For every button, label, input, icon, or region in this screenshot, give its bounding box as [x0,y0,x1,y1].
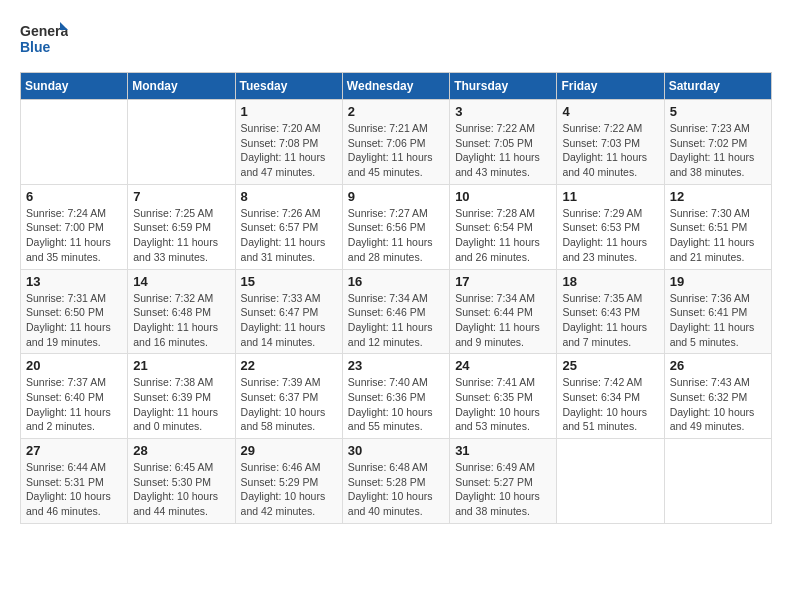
calendar-cell: 28Sunrise: 6:45 AMSunset: 5:30 PMDayligh… [128,439,235,524]
weekday-header-friday: Friday [557,73,664,100]
day-number: 24 [455,358,551,373]
calendar-cell: 3Sunrise: 7:22 AMSunset: 7:05 PMDaylight… [450,100,557,185]
day-info: Sunrise: 7:35 AMSunset: 6:43 PMDaylight:… [562,291,658,350]
day-info: Sunrise: 7:23 AMSunset: 7:02 PMDaylight:… [670,121,766,180]
day-info: Sunrise: 7:39 AMSunset: 6:37 PMDaylight:… [241,375,337,434]
day-info: Sunrise: 7:20 AMSunset: 7:08 PMDaylight:… [241,121,337,180]
day-number: 29 [241,443,337,458]
day-info: Sunrise: 7:29 AMSunset: 6:53 PMDaylight:… [562,206,658,265]
calendar-cell [557,439,664,524]
day-number: 8 [241,189,337,204]
calendar-cell: 1Sunrise: 7:20 AMSunset: 7:08 PMDaylight… [235,100,342,185]
calendar-cell: 10Sunrise: 7:28 AMSunset: 6:54 PMDayligh… [450,184,557,269]
day-number: 2 [348,104,444,119]
day-info: Sunrise: 7:24 AMSunset: 7:00 PMDaylight:… [26,206,122,265]
calendar-cell: 29Sunrise: 6:46 AMSunset: 5:29 PMDayligh… [235,439,342,524]
day-info: Sunrise: 7:42 AMSunset: 6:34 PMDaylight:… [562,375,658,434]
calendar-week-row: 27Sunrise: 6:44 AMSunset: 5:31 PMDayligh… [21,439,772,524]
day-number: 17 [455,274,551,289]
day-info: Sunrise: 7:22 AMSunset: 7:05 PMDaylight:… [455,121,551,180]
day-number: 13 [26,274,122,289]
calendar-cell: 8Sunrise: 7:26 AMSunset: 6:57 PMDaylight… [235,184,342,269]
day-number: 21 [133,358,229,373]
calendar-cell [664,439,771,524]
day-info: Sunrise: 7:43 AMSunset: 6:32 PMDaylight:… [670,375,766,434]
day-info: Sunrise: 7:40 AMSunset: 6:36 PMDaylight:… [348,375,444,434]
calendar-cell: 17Sunrise: 7:34 AMSunset: 6:44 PMDayligh… [450,269,557,354]
day-number: 15 [241,274,337,289]
day-info: Sunrise: 7:25 AMSunset: 6:59 PMDaylight:… [133,206,229,265]
day-info: Sunrise: 7:21 AMSunset: 7:06 PMDaylight:… [348,121,444,180]
calendar-cell: 7Sunrise: 7:25 AMSunset: 6:59 PMDaylight… [128,184,235,269]
logo-svg: General Blue [20,20,68,56]
day-info: Sunrise: 6:46 AMSunset: 5:29 PMDaylight:… [241,460,337,519]
day-number: 23 [348,358,444,373]
svg-text:Blue: Blue [20,39,51,55]
calendar-cell: 27Sunrise: 6:44 AMSunset: 5:31 PMDayligh… [21,439,128,524]
day-number: 11 [562,189,658,204]
calendar-cell: 31Sunrise: 6:49 AMSunset: 5:27 PMDayligh… [450,439,557,524]
calendar-cell: 11Sunrise: 7:29 AMSunset: 6:53 PMDayligh… [557,184,664,269]
day-number: 6 [26,189,122,204]
day-info: Sunrise: 6:48 AMSunset: 5:28 PMDaylight:… [348,460,444,519]
calendar-cell: 24Sunrise: 7:41 AMSunset: 6:35 PMDayligh… [450,354,557,439]
day-number: 3 [455,104,551,119]
calendar-cell: 30Sunrise: 6:48 AMSunset: 5:28 PMDayligh… [342,439,449,524]
calendar-week-row: 6Sunrise: 7:24 AMSunset: 7:00 PMDaylight… [21,184,772,269]
calendar-cell: 23Sunrise: 7:40 AMSunset: 6:36 PMDayligh… [342,354,449,439]
day-number: 20 [26,358,122,373]
day-info: Sunrise: 6:44 AMSunset: 5:31 PMDaylight:… [26,460,122,519]
calendar-week-row: 13Sunrise: 7:31 AMSunset: 6:50 PMDayligh… [21,269,772,354]
calendar-cell: 25Sunrise: 7:42 AMSunset: 6:34 PMDayligh… [557,354,664,439]
weekday-header-wednesday: Wednesday [342,73,449,100]
day-number: 27 [26,443,122,458]
calendar-cell: 22Sunrise: 7:39 AMSunset: 6:37 PMDayligh… [235,354,342,439]
calendar-week-row: 20Sunrise: 7:37 AMSunset: 6:40 PMDayligh… [21,354,772,439]
calendar-cell: 4Sunrise: 7:22 AMSunset: 7:03 PMDaylight… [557,100,664,185]
calendar-cell: 9Sunrise: 7:27 AMSunset: 6:56 PMDaylight… [342,184,449,269]
calendar-cell: 14Sunrise: 7:32 AMSunset: 6:48 PMDayligh… [128,269,235,354]
day-number: 10 [455,189,551,204]
day-info: Sunrise: 7:31 AMSunset: 6:50 PMDaylight:… [26,291,122,350]
day-info: Sunrise: 7:34 AMSunset: 6:44 PMDaylight:… [455,291,551,350]
calendar-body: 1Sunrise: 7:20 AMSunset: 7:08 PMDaylight… [21,100,772,524]
page-header: General Blue [20,20,772,56]
calendar-cell: 12Sunrise: 7:30 AMSunset: 6:51 PMDayligh… [664,184,771,269]
day-number: 16 [348,274,444,289]
weekday-header-monday: Monday [128,73,235,100]
day-info: Sunrise: 6:45 AMSunset: 5:30 PMDaylight:… [133,460,229,519]
calendar-cell: 13Sunrise: 7:31 AMSunset: 6:50 PMDayligh… [21,269,128,354]
calendar-cell: 18Sunrise: 7:35 AMSunset: 6:43 PMDayligh… [557,269,664,354]
day-info: Sunrise: 7:22 AMSunset: 7:03 PMDaylight:… [562,121,658,180]
calendar-cell [128,100,235,185]
day-number: 22 [241,358,337,373]
day-info: Sunrise: 7:30 AMSunset: 6:51 PMDaylight:… [670,206,766,265]
day-number: 7 [133,189,229,204]
calendar-table: SundayMondayTuesdayWednesdayThursdayFrid… [20,72,772,524]
day-number: 26 [670,358,766,373]
day-number: 9 [348,189,444,204]
weekday-header-tuesday: Tuesday [235,73,342,100]
calendar-week-row: 1Sunrise: 7:20 AMSunset: 7:08 PMDaylight… [21,100,772,185]
day-number: 18 [562,274,658,289]
weekday-header-saturday: Saturday [664,73,771,100]
day-number: 1 [241,104,337,119]
day-info: Sunrise: 7:37 AMSunset: 6:40 PMDaylight:… [26,375,122,434]
day-number: 14 [133,274,229,289]
day-number: 25 [562,358,658,373]
calendar-cell: 21Sunrise: 7:38 AMSunset: 6:39 PMDayligh… [128,354,235,439]
day-info: Sunrise: 7:33 AMSunset: 6:47 PMDaylight:… [241,291,337,350]
day-number: 31 [455,443,551,458]
calendar-cell: 26Sunrise: 7:43 AMSunset: 6:32 PMDayligh… [664,354,771,439]
calendar-cell: 19Sunrise: 7:36 AMSunset: 6:41 PMDayligh… [664,269,771,354]
day-number: 28 [133,443,229,458]
day-info: Sunrise: 7:32 AMSunset: 6:48 PMDaylight:… [133,291,229,350]
calendar-cell: 15Sunrise: 7:33 AMSunset: 6:47 PMDayligh… [235,269,342,354]
weekday-header-thursday: Thursday [450,73,557,100]
calendar-cell: 16Sunrise: 7:34 AMSunset: 6:46 PMDayligh… [342,269,449,354]
calendar-cell [21,100,128,185]
day-number: 12 [670,189,766,204]
day-info: Sunrise: 7:38 AMSunset: 6:39 PMDaylight:… [133,375,229,434]
logo: General Blue [20,20,68,56]
day-number: 5 [670,104,766,119]
